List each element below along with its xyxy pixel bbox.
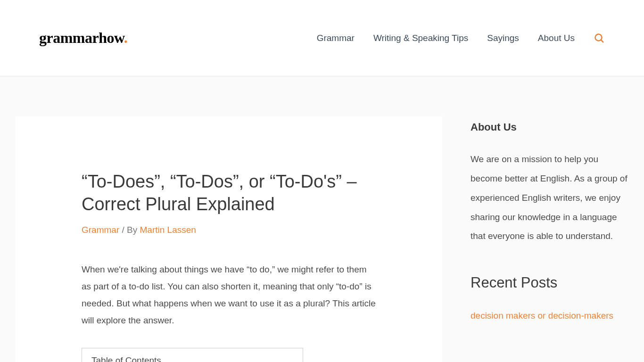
logo-dot: .: [124, 29, 128, 46]
meta-separator: / By: [119, 225, 140, 235]
sidebar-about-heading: About Us: [471, 121, 628, 133]
toc-title: Table of Contents: [91, 355, 161, 362]
article-author-link[interactable]: Martin Lassen: [140, 225, 196, 235]
logo[interactable]: grammarhow.: [39, 29, 127, 47]
main-article: “To-Does”, “To-Dos”, or “To-Do's” – Corr…: [16, 116, 442, 362]
nav-item-grammar[interactable]: Grammar: [317, 33, 355, 43]
sidebar: About Us We are on a mission to help you…: [471, 116, 628, 362]
logo-text: grammarhow: [39, 29, 124, 46]
content-wrapper: “To-Does”, “To-Dos”, or “To-Do's” – Corr…: [6, 76, 638, 362]
nav-item-about[interactable]: About Us: [538, 33, 575, 43]
article-body: When we're talking about things we have …: [82, 261, 376, 329]
sidebar-recent-link[interactable]: decision makers or decision-makers: [471, 311, 613, 321]
sidebar-recent-heading: Recent Posts: [471, 274, 628, 291]
article-title: “To-Does”, “To-Dos”, or “To-Do's” – Corr…: [82, 171, 376, 215]
article-category-link[interactable]: Grammar: [82, 225, 119, 235]
header-inner: grammarhow. Grammar Writing & Speaking T…: [39, 29, 605, 47]
nav-item-writing-speaking[interactable]: Writing & Speaking Tips: [373, 33, 468, 43]
sidebar-about-text: We are on a mission to help you become b…: [471, 150, 628, 246]
nav-item-sayings[interactable]: Sayings: [487, 33, 519, 43]
svg-point-0: [595, 34, 602, 41]
svg-line-1: [601, 40, 604, 42]
header: grammarhow. Grammar Writing & Speaking T…: [0, 0, 644, 76]
article-meta: Grammar / By Martin Lassen: [82, 225, 376, 235]
search-icon[interactable]: [594, 33, 605, 44]
table-of-contents: Table of Contents: [82, 348, 303, 362]
main-nav: Grammar Writing & Speaking Tips Sayings …: [317, 33, 605, 44]
